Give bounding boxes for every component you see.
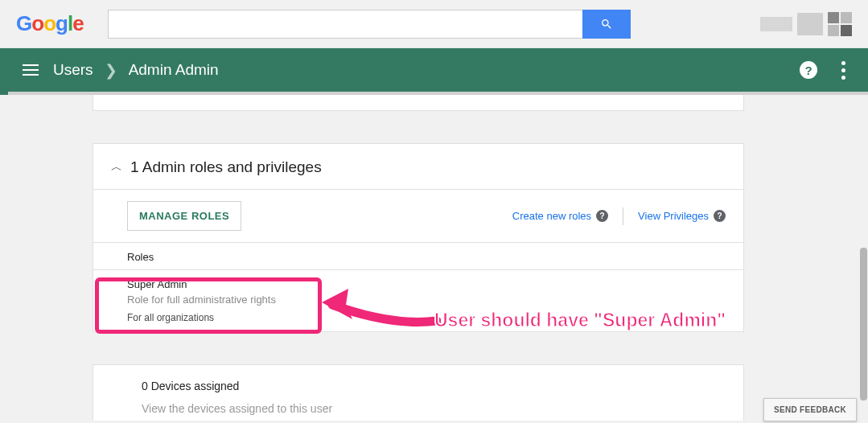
scrollbar-thumb[interactable] [860, 248, 867, 400]
scrollbar-track[interactable] [859, 95, 868, 423]
devices-panel[interactable]: 0 Devices assigned View the devices assi… [93, 364, 744, 421]
panel-title-text: 1 Admin roles and privileges [130, 158, 322, 176]
search-input[interactable] [108, 10, 582, 39]
view-privileges-link[interactable]: View Privileges ? [638, 210, 726, 222]
manage-roles-button[interactable]: MANAGE ROLES [127, 201, 241, 231]
devices-subtitle: View the devices assigned to this user [142, 402, 726, 415]
help-icon[interactable]: ? [596, 210, 608, 222]
role-description: Role for full administrative rights [127, 294, 726, 306]
more-icon[interactable] [841, 61, 845, 80]
previous-card-stub [93, 95, 744, 111]
menu-icon[interactable] [23, 64, 39, 76]
panel-header[interactable]: ︿ 1 Admin roles and privileges [93, 144, 743, 189]
search-button[interactable] [582, 10, 631, 39]
search-container [108, 10, 631, 39]
devices-title: 0 Devices assigned [142, 380, 726, 392]
breadcrumb: Users ❯ Admin Admin [53, 61, 219, 80]
roles-column-header: Roles [93, 242, 743, 269]
annotation-text: User should have "Super Admin" [434, 310, 726, 331]
send-feedback-button[interactable]: SEND FEEDBACK [763, 398, 857, 421]
app-bar: Users ❯ Admin Admin ? [0, 48, 868, 92]
chevron-up-icon: ︿ [111, 160, 122, 175]
google-logo[interactable]: Google [16, 11, 84, 36]
create-roles-link[interactable]: Create new roles ? [512, 210, 608, 222]
progress-underline [0, 92, 868, 95]
help-icon[interactable]: ? [714, 210, 726, 222]
search-icon [600, 18, 613, 31]
chevron-right-icon: ❯ [105, 61, 117, 80]
breadcrumb-users[interactable]: Users [53, 61, 93, 79]
role-name: Super Admin [127, 278, 726, 290]
breadcrumb-current: Admin Admin [129, 61, 219, 79]
help-icon[interactable]: ? [800, 61, 817, 79]
divider [623, 207, 623, 225]
roles-panel: ︿ 1 Admin roles and privileges MANAGE RO… [93, 143, 744, 332]
account-area[interactable] [760, 12, 852, 36]
